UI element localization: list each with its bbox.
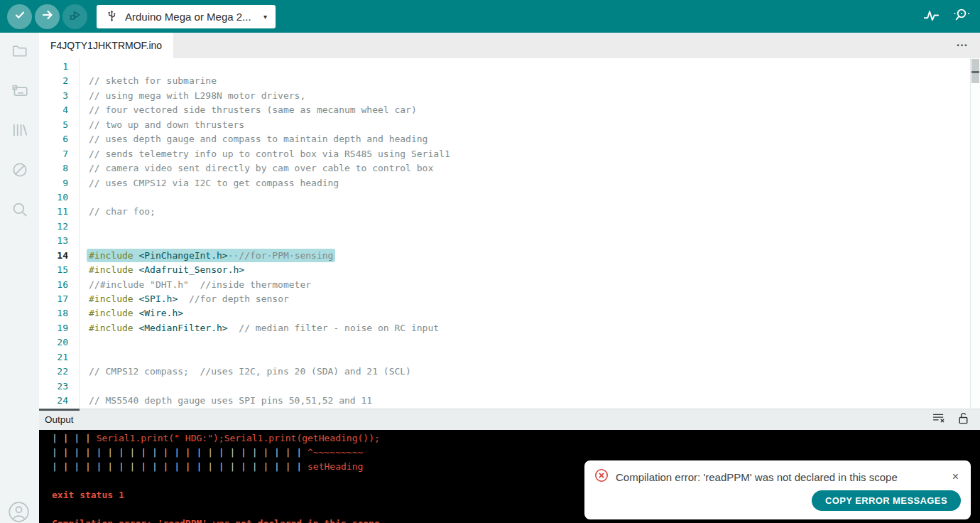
line-number: 7 xyxy=(39,147,79,161)
code-token xyxy=(178,293,189,304)
editor-gutter: 123456789101112131415161718192021222324 xyxy=(39,58,80,409)
code-token: // char foo; xyxy=(89,206,156,217)
code-line[interactable]: // two up and down thrusters xyxy=(89,118,980,132)
code-line[interactable]: // sketch for submarine xyxy=(89,74,980,88)
code-line[interactable]: #include <MedianFilter.h> // median filt… xyxy=(89,321,980,335)
books-icon xyxy=(11,129,29,141)
line-number: 15 xyxy=(39,263,79,277)
autoscroll-lock-button[interactable] xyxy=(957,411,970,428)
editor-scrollbar[interactable] xyxy=(970,58,980,409)
tab-label: F4JQTY1JHKTRMOF.ino xyxy=(50,40,162,51)
clear-output-button[interactable] xyxy=(932,413,946,426)
line-number: 20 xyxy=(39,335,79,350)
usb-icon xyxy=(105,9,119,25)
code-token: #include xyxy=(89,323,134,333)
code-token: | | | | | | | | | | | | | | | | | | | | … xyxy=(52,447,307,458)
code-line[interactable]: // camera video sent directly by cam ove… xyxy=(89,161,980,176)
code-line[interactable]: #include <PinChangeInt.h>··//for·PPM·sen… xyxy=(89,249,980,263)
code-token: #include xyxy=(89,250,134,261)
code-token: // using mega with L298N motor drivers, xyxy=(89,90,305,101)
code-token: // uses CMPS12 via I2C to get compass he… xyxy=(89,178,339,188)
board-selector[interactable]: Arduino Mega or Mega 2... ▾ xyxy=(97,5,276,28)
code-token: //#include "DHT.h" //inside thermometer xyxy=(89,279,311,290)
code-line[interactable]: // MS5540 depth gauge uses SPI pins 50,5… xyxy=(89,394,980,408)
code-line[interactable]: #include <Adafruit_Sensor.h> xyxy=(89,263,980,277)
code-line[interactable]: //#include "DHT.h" //inside thermometer xyxy=(89,278,980,292)
code-line[interactable]: // CMPS12 compass; //uses I2C, pins 20 (… xyxy=(89,365,980,379)
clear-output-icon xyxy=(932,413,946,426)
code-token: // sketch for submarine xyxy=(89,75,217,86)
code-line[interactable]: // four vectored side thrusters (same as… xyxy=(89,103,980,117)
code-token: <Adafruit_Sensor.h> xyxy=(138,264,244,275)
waveform-icon xyxy=(922,7,940,26)
code-line[interactable]: // uses CMPS12 via I2C to get compass he… xyxy=(89,176,980,190)
sidebar-item-library-manager[interactable] xyxy=(11,121,29,139)
code-line[interactable] xyxy=(89,190,980,205)
code-line[interactable]: #include <SPI.h> //for depth sensor xyxy=(89,292,980,306)
code-line[interactable]: #include <Wire.h> xyxy=(89,306,980,320)
line-number: 12 xyxy=(39,220,79,234)
board-icon xyxy=(11,90,29,102)
code-line[interactable]: // using mega with L298N motor drivers, xyxy=(89,89,980,103)
code-token: #include xyxy=(89,308,134,318)
scrollbar-thumb[interactable] xyxy=(971,59,979,83)
code-line[interactable] xyxy=(89,350,980,365)
line-number: 1 xyxy=(39,60,79,74)
editor-code[interactable]: // sketch for submarine// using mega wit… xyxy=(80,58,980,409)
sidebar-item-sketchbook[interactable] xyxy=(11,41,29,60)
output-panel-header: Output xyxy=(39,409,980,430)
more-menu-icon[interactable]: … xyxy=(956,36,969,50)
close-icon[interactable]: × xyxy=(950,471,961,482)
folder-icon xyxy=(11,50,29,62)
code-token: | | | | xyxy=(52,433,97,443)
sidebar-item-search[interactable] xyxy=(11,200,29,219)
debug-icon xyxy=(68,8,82,25)
code-line[interactable]: // char foo; xyxy=(89,205,980,219)
code-line[interactable]: // uses depth gauge and compass to maint… xyxy=(89,132,980,146)
upload-button[interactable] xyxy=(35,4,60,29)
code-line[interactable]: // sends telemetry info up to control bo… xyxy=(89,147,980,161)
line-number: 17 xyxy=(39,292,79,306)
copy-error-messages-button[interactable]: COPY ERROR MESSAGES xyxy=(812,490,961,511)
code-token: sensing xyxy=(295,250,334,261)
verify-button[interactable] xyxy=(7,4,32,29)
code-token: <PinChangeInt.h> xyxy=(138,250,227,261)
line-number: 22 xyxy=(39,365,79,379)
code-token: // camera video sent directly by cam ove… xyxy=(89,163,433,173)
code-editor[interactable]: 123456789101112131415161718192021222324 … xyxy=(39,58,980,409)
magnifier-dots-icon xyxy=(952,7,971,26)
sidebar-item-boards-manager[interactable] xyxy=(11,81,29,99)
account-button[interactable] xyxy=(8,501,30,523)
debug-button[interactable] xyxy=(62,4,87,29)
code-line[interactable] xyxy=(89,60,980,74)
tab-sketch[interactable]: F4JQTY1JHKTRMOF.ino xyxy=(39,33,173,58)
line-number: 21 xyxy=(39,350,79,365)
circle-slash-icon xyxy=(11,169,29,181)
board-selector-label: Arduino Mega or Mega 2... xyxy=(125,11,257,23)
code-line[interactable] xyxy=(89,335,980,350)
code-line[interactable] xyxy=(89,234,980,248)
console-line: | | | | | | | | | | | | | | | | | | | | … xyxy=(52,446,980,460)
toolbar: Arduino Mega or Mega 2... ▾ xyxy=(0,0,980,33)
code-token: // median filter - noise on RC input xyxy=(239,323,439,333)
error-notification: Compilation error: 'readPPM' was not dec… xyxy=(584,460,971,519)
code-token: Compilation error: 'readPPM' was not dec… xyxy=(52,518,380,523)
content: F4JQTY1JHKTRMOF.ino … 123456789101112131… xyxy=(0,33,980,523)
serial-monitor-button[interactable] xyxy=(952,7,971,26)
tab-bar: F4JQTY1JHKTRMOF.ino … xyxy=(39,33,980,58)
code-line[interactable] xyxy=(89,379,980,394)
code-token: // MS5540 depth gauge uses SPI pins 50,5… xyxy=(89,395,372,406)
code-token: exit status 1 xyxy=(52,490,124,500)
code-token: // two up and down thrusters xyxy=(89,119,244,130)
code-token: <Wire.h> xyxy=(138,308,183,318)
account-icon xyxy=(8,513,30,523)
line-number: 9 xyxy=(39,176,79,190)
code-token: // sends telemetry info up to control bo… xyxy=(89,149,450,159)
selection-highlight: #include <PinChangeInt.h>··//for·PPM·sen… xyxy=(87,249,335,262)
line-number: 2 xyxy=(39,74,79,88)
serial-plotter-button[interactable] xyxy=(922,7,940,26)
sidebar-item-debug[interactable] xyxy=(11,161,29,179)
panel-drag-handle[interactable] xyxy=(39,409,80,411)
code-token: | | | | | | | | | | | | | | | | | | | | … xyxy=(52,461,307,472)
code-line[interactable] xyxy=(89,220,980,234)
